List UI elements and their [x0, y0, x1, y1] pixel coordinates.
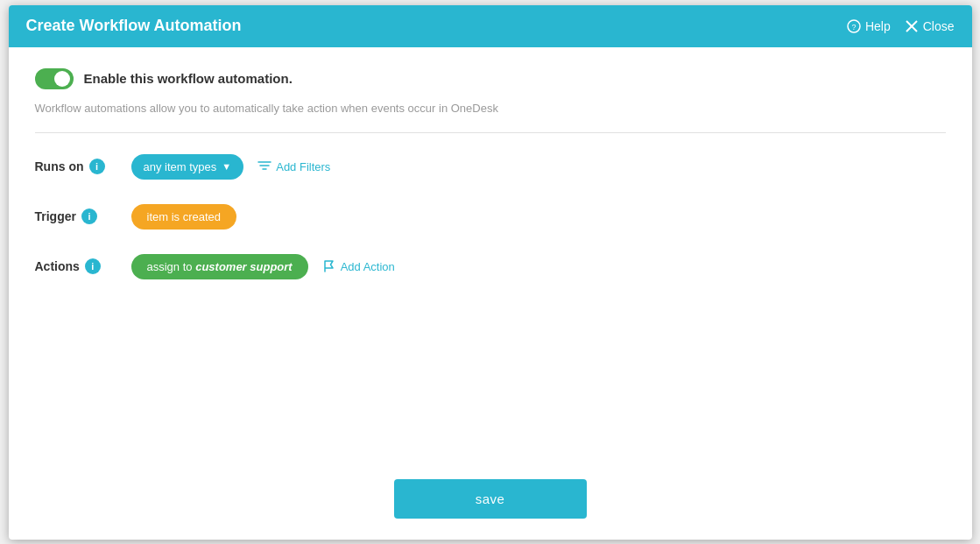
runs-on-label-container: Runs on i	[35, 159, 131, 174]
runs-on-label: Runs on	[35, 159, 84, 173]
modal-title: Create Workflow Automation	[26, 17, 242, 35]
dropdown-arrow-icon: ▼	[222, 161, 231, 172]
actions-info-icon[interactable]: i	[85, 258, 101, 274]
actions-content: assign to customer support Add Action	[131, 254, 395, 279]
close-icon	[905, 19, 919, 33]
help-button[interactable]: ? Help	[847, 19, 891, 33]
runs-on-info-icon[interactable]: i	[89, 159, 105, 174]
trigger-label-container: Trigger i	[35, 208, 131, 224]
item-types-dropdown[interactable]: any item types ▼	[131, 154, 244, 180]
add-filters-label: Add Filters	[276, 160, 330, 173]
create-workflow-modal: Create Workflow Automation ? Help Close	[9, 5, 972, 540]
enable-toggle[interactable]	[35, 68, 74, 89]
add-action-label: Add Action	[341, 260, 395, 273]
header-actions: ? Help Close	[847, 19, 955, 33]
trigger-created-text: is created	[168, 210, 221, 223]
action-assign-text: assign to	[147, 260, 196, 273]
trigger-label: Trigger	[35, 209, 76, 223]
enable-label: Enable this workflow automation.	[84, 71, 293, 86]
trigger-item-text: item	[147, 210, 169, 223]
help-icon: ?	[847, 19, 861, 33]
add-filters-button[interactable]: Add Filters	[257, 159, 330, 173]
add-action-button[interactable]: Add Action	[322, 259, 395, 273]
action-pill[interactable]: assign to customer support	[131, 254, 308, 279]
trigger-content: item is created	[131, 204, 237, 230]
trigger-row: Trigger i item is created	[35, 204, 946, 230]
help-label: Help	[865, 19, 891, 33]
actions-label: Actions	[35, 259, 80, 273]
trigger-pill[interactable]: item is created	[131, 204, 237, 230]
divider	[35, 132, 946, 133]
runs-on-row: Runs on i any item types ▼ Add Filters	[35, 154, 946, 180]
trigger-info-icon[interactable]: i	[81, 208, 97, 224]
runs-on-content: any item types ▼ Add Filters	[131, 154, 331, 180]
actions-row: Actions i assign to customer support Add…	[35, 254, 946, 279]
modal-header: Create Workflow Automation ? Help Close	[9, 5, 972, 47]
save-button[interactable]: save	[394, 479, 587, 519]
action-team-text: customer support	[195, 260, 293, 273]
modal-footer: save	[9, 469, 972, 540]
description-text: Workflow automations allow you to automa…	[35, 102, 946, 115]
flag-icon	[322, 259, 336, 273]
close-button[interactable]: Close	[905, 19, 955, 33]
actions-label-container: Actions i	[35, 258, 131, 274]
enable-row: Enable this workflow automation.	[35, 68, 946, 89]
modal-body: Enable this workflow automation. Workflo…	[9, 47, 972, 469]
item-types-value: any item types	[144, 160, 217, 173]
svg-text:?: ?	[851, 23, 856, 32]
close-label: Close	[923, 19, 955, 33]
filter-icon	[257, 159, 271, 173]
